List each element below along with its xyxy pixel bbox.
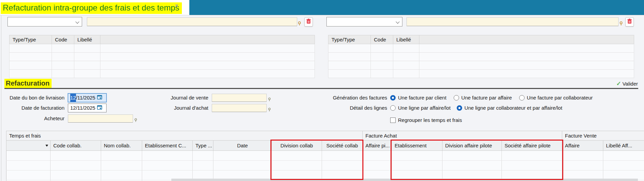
search-icon[interactable]: [298, 21, 301, 27]
column-header-etablissement[interactable]: Etablissement: [392, 141, 442, 151]
grid-cell[interactable]: [603, 151, 644, 161]
grid-cell[interactable]: [10, 53, 52, 61]
grid-cell[interactable]: [74, 53, 100, 61]
grid-cell[interactable]: [52, 70, 74, 78]
search-icon[interactable]: [134, 117, 137, 124]
filter-icon[interactable]: [45, 145, 48, 147]
close-icon[interactable]: ×: [175, 3, 178, 9]
grid-cell[interactable]: [213, 161, 272, 170]
grid-cell[interactable]: [442, 151, 502, 161]
grid-cell[interactable]: [328, 53, 371, 61]
grid-cell[interactable]: [419, 70, 634, 78]
grid-cell[interactable]: [74, 44, 100, 53]
grid-cell[interactable]: [51, 161, 101, 170]
search-icon[interactable]: [268, 107, 271, 113]
calendar-icon[interactable]: [95, 94, 102, 102]
table-row[interactable]: [10, 44, 315, 53]
grid-cell[interactable]: [51, 151, 101, 161]
search-icon[interactable]: [620, 21, 623, 27]
grid-cell[interactable]: [193, 151, 213, 161]
radio-ligne-par-collaborateur[interactable]: Une ligne par collaborateur et par affai…: [457, 104, 562, 112]
grid-cell[interactable]: [442, 161, 502, 170]
column-header-division-collab[interactable]: Division collab: [272, 141, 322, 151]
delivery-date-input[interactable]: 12/11/2025: [68, 93, 107, 102]
grid-cell[interactable]: [363, 161, 392, 170]
column-header-selector[interactable]: [6, 141, 51, 151]
grid-cell[interactable]: [193, 161, 213, 170]
grid-cell[interactable]: [393, 61, 419, 70]
sales-journal-input[interactable]: [212, 94, 267, 102]
column-header-societe-collab[interactable]: Société collab: [322, 141, 363, 151]
grid-cell[interactable]: [371, 70, 393, 78]
grid-cell[interactable]: [100, 53, 315, 61]
grid-cell[interactable]: [51, 170, 101, 180]
table-row[interactable]: [328, 61, 634, 70]
table-row[interactable]: [328, 53, 634, 61]
grid-cell[interactable]: [371, 53, 393, 61]
grid-row[interactable]: [6, 151, 644, 161]
left-delete-button[interactable]: [304, 17, 313, 26]
radio-facture-par-collaborateur[interactable]: Une facture par collaborateur: [519, 93, 593, 102]
radio-facture-par-affaire[interactable]: Une facture par affaire: [454, 93, 512, 102]
grid-cell[interactable]: [322, 161, 363, 170]
column-header-affaire[interactable]: Affaire: [562, 141, 603, 151]
grid-cell[interactable]: [100, 44, 315, 53]
table-row[interactable]: [328, 70, 634, 78]
tab-refacturation[interactable]: Refacturation intra-groupe des frais et …: [0, 0, 182, 15]
grid-cell[interactable]: [74, 61, 100, 70]
grid-cell[interactable]: [393, 70, 419, 78]
grid-cell[interactable]: [6, 161, 51, 170]
grid-cell[interactable]: [101, 170, 142, 180]
right-type-select[interactable]: [326, 17, 402, 26]
radio-facture-par-client[interactable]: Une facture par client: [390, 93, 447, 102]
grid-cell[interactable]: [419, 53, 634, 61]
column-header-societe-affaire-pilote[interactable]: Société affaire pilote: [502, 141, 562, 151]
grid-cell[interactable]: [603, 161, 644, 170]
calendar-icon[interactable]: [95, 104, 102, 112]
grid-cell[interactable]: [419, 44, 634, 53]
horizontal-scrollbar[interactable]: [171, 179, 638, 181]
grid-cell[interactable]: [392, 151, 442, 161]
grid-cell[interactable]: [322, 151, 363, 161]
grid-cell[interactable]: [52, 44, 74, 53]
column-header-code-collab[interactable]: Code collab.: [51, 141, 101, 151]
grid-cell[interactable]: [142, 161, 193, 170]
column-header-date[interactable]: Date: [213, 141, 272, 151]
left-search-input[interactable]: [87, 17, 297, 26]
table-row[interactable]: [10, 61, 315, 70]
grid-cell[interactable]: [272, 151, 322, 161]
grid-cell[interactable]: [100, 70, 315, 78]
search-icon[interactable]: [268, 97, 271, 103]
grid-cell[interactable]: [6, 170, 51, 180]
invoice-date-input[interactable]: 12/11/2025: [68, 104, 107, 112]
grid-cell[interactable]: [10, 70, 52, 78]
validate-button[interactable]: ✓Valider: [597, 80, 638, 87]
grid-cell[interactable]: [419, 61, 634, 70]
grid-cell[interactable]: [101, 151, 142, 161]
column-header-affaire-pilote[interactable]: Affaire pi...: [363, 141, 392, 151]
grid-cell[interactable]: [52, 61, 74, 70]
grid-cell[interactable]: [371, 44, 393, 53]
table-row[interactable]: [10, 53, 315, 61]
table-row[interactable]: [10, 70, 315, 78]
grid-cell[interactable]: [10, 61, 52, 70]
grid-cell[interactable]: [562, 161, 603, 170]
grid-cell[interactable]: [328, 70, 371, 78]
column-header-etablissement-c[interactable]: Etablissement C...: [142, 141, 193, 151]
grid-cell[interactable]: [272, 161, 322, 170]
grid-cell[interactable]: [363, 151, 392, 161]
right-delete-button[interactable]: [625, 17, 634, 26]
grid-cell[interactable]: [101, 161, 142, 170]
radio-ligne-par-affaire-lot[interactable]: Une ligne par affaire/lot: [390, 104, 451, 112]
grid-cell[interactable]: [100, 61, 315, 70]
column-header-division-affaire-pilote[interactable]: Division affaire pilote: [442, 141, 502, 151]
column-header-type[interactable]: Type ...: [193, 141, 213, 151]
left-type-select[interactable]: [7, 17, 82, 26]
purchase-journal-input[interactable]: [212, 104, 267, 112]
table-row[interactable]: [328, 44, 634, 53]
grid-cell[interactable]: [562, 151, 603, 161]
grid-cell[interactable]: [393, 53, 419, 61]
grid-cell[interactable]: [328, 61, 371, 70]
grid-cell[interactable]: [371, 61, 393, 70]
grid-cell[interactable]: [142, 151, 193, 161]
